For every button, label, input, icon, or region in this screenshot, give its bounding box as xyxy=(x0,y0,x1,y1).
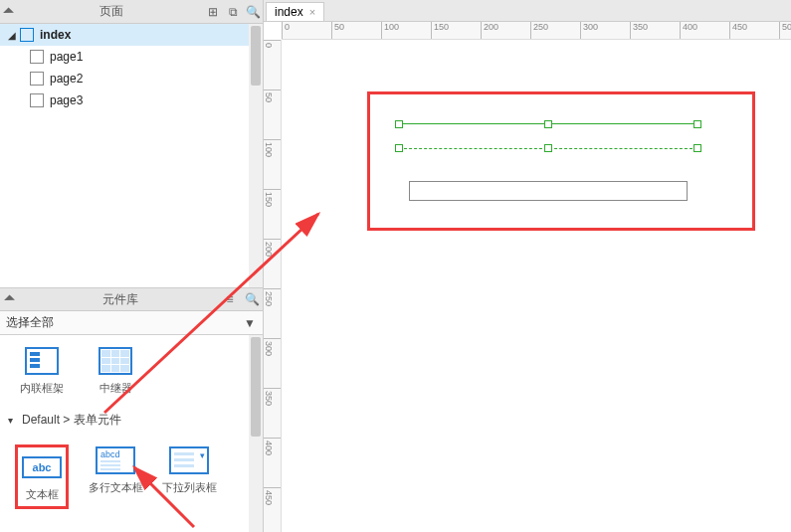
ruler-tick: 450 xyxy=(264,487,281,505)
tree-scrollbar[interactable] xyxy=(249,24,263,287)
scrollbar-thumb[interactable] xyxy=(251,337,261,437)
pages-panel-title: 页面 xyxy=(20,3,203,20)
widget-droplist[interactable]: 下拉列表框 xyxy=(161,444,217,509)
pages-panel-header: ◤ 页面 ⊞ ⧉ 🔍 xyxy=(0,0,263,24)
library-body: 内联框架 中继器 ▾ Default > 表单元件 abc 文本框 多行文本框 xyxy=(0,335,263,532)
resize-handle-s[interactable] xyxy=(544,144,552,152)
resize-handle-ne[interactable] xyxy=(693,120,701,128)
library-panel-header: ◤ 元件库 ≡ 🔍 xyxy=(0,287,263,311)
ruler-tick: 250 xyxy=(264,288,281,306)
selected-widget[interactable] xyxy=(399,123,697,149)
tab-label: index xyxy=(275,5,303,19)
canvas[interactable] xyxy=(282,40,791,532)
tree-root-label: index xyxy=(40,28,71,42)
widget-label: 内联框架 xyxy=(20,381,64,396)
add-folder-icon[interactable]: ⧉ xyxy=(223,2,243,22)
page-icon xyxy=(30,93,44,107)
ruler-tick: 250 xyxy=(530,22,548,39)
pages-tree: ◢ index page1 page2 page3 xyxy=(0,24,263,287)
ruler-tick: 350 xyxy=(264,388,281,406)
library-selector[interactable]: 选择全部 ▼ xyxy=(0,311,263,335)
chevron-down-icon: ▾ xyxy=(8,415,22,426)
tree-item-label: page2 xyxy=(50,72,83,86)
ruler-tick: 150 xyxy=(264,189,281,207)
ruler-tick: 50 xyxy=(264,89,281,102)
annotation-highlight-box xyxy=(367,91,755,231)
resize-handle-n[interactable] xyxy=(544,120,552,128)
ruler-tick: 0 xyxy=(282,22,290,39)
resize-handle-se[interactable] xyxy=(693,144,701,152)
ruler-tick: 300 xyxy=(264,338,281,356)
library-menu-icon[interactable]: ≡ xyxy=(219,289,241,309)
ruler-tick: 0 xyxy=(264,40,281,48)
dropdown-icon: ▼ xyxy=(243,316,257,330)
repeater-icon xyxy=(99,347,132,375)
ruler-tick: 300 xyxy=(580,22,598,39)
library-scrollbar[interactable] xyxy=(249,335,263,532)
resize-handle-sw[interactable] xyxy=(395,144,403,152)
tree-root-index[interactable]: ◢ index xyxy=(0,24,263,46)
widget-textfield[interactable]: abc 文本框 xyxy=(14,444,70,509)
tree-item-page3[interactable]: page3 xyxy=(0,89,263,111)
page-icon xyxy=(30,50,44,64)
widget-label: 下拉列表框 xyxy=(162,480,217,495)
inline-frame-icon xyxy=(25,347,59,375)
ruler-tick: 200 xyxy=(481,22,498,39)
tree-item-label: page1 xyxy=(50,50,83,64)
add-page-icon[interactable]: ⊞ xyxy=(203,2,223,22)
search-pages-icon[interactable]: 🔍 xyxy=(243,2,263,22)
tree-item-page2[interactable]: page2 xyxy=(0,68,263,89)
scrollbar-thumb[interactable] xyxy=(251,26,261,86)
page-icon xyxy=(20,28,34,42)
widget-label: 多行文本框 xyxy=(89,480,143,495)
ruler-horizontal: 0 50 100 150 200 250 300 350 400 450 50 xyxy=(282,22,791,40)
canvas-tabbar: index × xyxy=(264,0,791,22)
tree-expand-icon[interactable]: ◢ xyxy=(8,30,20,41)
ruler-tick: 150 xyxy=(431,22,449,39)
ruler-tick: 200 xyxy=(264,239,281,257)
library-category-label: Default > 表单元件 xyxy=(22,412,121,429)
widget-multiline[interactable]: 多行文本框 xyxy=(88,444,143,509)
ruler-tick: 50 xyxy=(331,22,344,39)
multiline-icon xyxy=(96,446,135,474)
ruler-tick: 450 xyxy=(729,22,747,39)
widget-inline-frame[interactable]: 内联框架 xyxy=(14,345,70,396)
widget-label: 文本框 xyxy=(22,487,62,502)
resize-handle-nw[interactable] xyxy=(395,120,403,128)
ruler-vertical: 0 50 100 150 200 250 300 350 400 450 xyxy=(264,40,282,532)
droplist-icon xyxy=(169,446,209,474)
library-panel-title: 元件库 xyxy=(22,291,219,308)
library-category[interactable]: ▾ Default > 表单元件 xyxy=(0,406,263,435)
ruler-tick: 400 xyxy=(264,438,281,455)
ruler-tick: 400 xyxy=(680,22,697,39)
widget-label: 中继器 xyxy=(99,381,132,396)
tab-index[interactable]: index × xyxy=(266,2,324,21)
tree-item-page1[interactable]: page1 xyxy=(0,46,263,68)
tab-close-icon[interactable]: × xyxy=(309,6,315,18)
ruler-tick: 350 xyxy=(630,22,648,39)
canvas-textfield-widget[interactable] xyxy=(409,181,688,201)
library-selector-value: 选择全部 xyxy=(6,314,243,331)
ruler-tick: 100 xyxy=(264,139,281,157)
ruler-tick: 50 xyxy=(779,22,791,39)
library-search-icon[interactable]: 🔍 xyxy=(241,289,263,309)
widget-repeater[interactable]: 中继器 xyxy=(88,345,143,396)
page-icon xyxy=(30,72,44,86)
library-collapse-icon[interactable]: ◤ xyxy=(0,284,26,314)
textfield-icon: abc xyxy=(22,456,62,478)
ruler-tick: 100 xyxy=(381,22,399,39)
tree-item-label: page3 xyxy=(50,93,83,107)
